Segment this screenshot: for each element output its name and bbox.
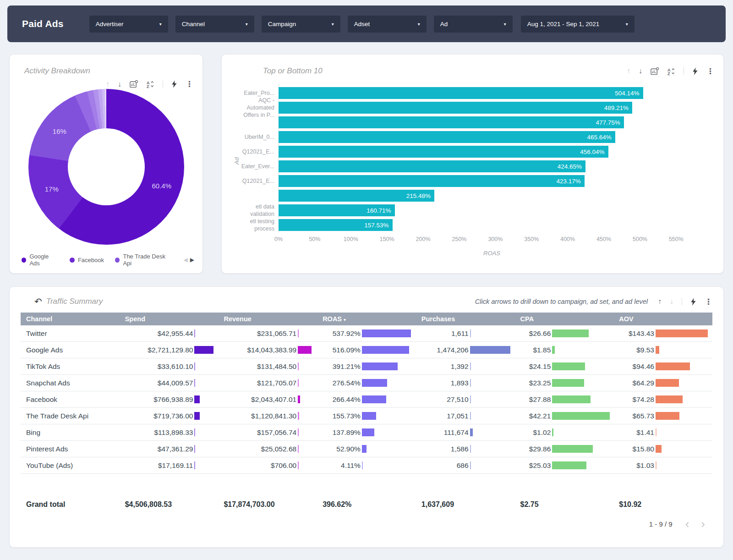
revenue-cell: $1,120,841.30 bbox=[218, 412, 317, 420]
donut-ring[interactable] bbox=[28, 89, 184, 245]
table-row[interactable]: Facebook$766,938.89$2,043,407.01266.44%2… bbox=[21, 391, 712, 408]
move-up-icon[interactable]: ↑ bbox=[627, 67, 630, 75]
aov-value: $65.73 bbox=[633, 412, 654, 420]
lightning-icon[interactable] bbox=[690, 298, 696, 306]
page-prev-icon[interactable]: ‹ bbox=[685, 518, 689, 530]
spend-cell: $17,169.11 bbox=[120, 461, 219, 470]
revenue-value: $231,065.71 bbox=[257, 329, 296, 338]
legend-item[interactable]: Facebook bbox=[70, 253, 104, 267]
bar-value-label: 160.71% bbox=[366, 207, 391, 214]
column-header-aov[interactable]: AOV bbox=[613, 315, 712, 323]
column-header-spend[interactable]: Spend bbox=[120, 315, 219, 323]
bar[interactable]: 424.65% bbox=[279, 160, 585, 172]
bar-category-label: UberIM_0... bbox=[231, 133, 279, 141]
bar[interactable]: 477.75% bbox=[279, 116, 624, 128]
filter-dropdown-advertiser[interactable]: Advertiser▾ bbox=[89, 16, 168, 33]
traffic-table: ChannelSpendRevenueROAS▾PurchasesCPAAOV … bbox=[21, 313, 712, 509]
purchases-cell: 1,392 bbox=[416, 362, 515, 371]
roas-cell: 391.21% bbox=[317, 362, 416, 371]
move-down-icon[interactable]: ↓ bbox=[118, 81, 121, 88]
bar-category-label: Eater_Pro... bbox=[231, 89, 279, 97]
table-row[interactable]: Twitter$42,955.44$231,065.71537.92%1,611… bbox=[21, 325, 712, 342]
cpa-bar bbox=[552, 445, 593, 453]
column-header-roas[interactable]: ROAS▾ bbox=[317, 315, 416, 323]
purchases-bar-box bbox=[470, 395, 515, 403]
activity-toolbar: ↑ ↓ AZ ⋮ bbox=[19, 80, 193, 88]
top-bottom-toolbar: ↑ ↓ AZ ⋮ bbox=[627, 67, 714, 75]
kebab-menu-icon[interactable]: ⋮ bbox=[705, 298, 712, 306]
kebab-menu-icon[interactable]: ⋮ bbox=[706, 67, 714, 75]
aov-bar-box bbox=[656, 379, 712, 387]
column-header-revenue[interactable]: Revenue bbox=[218, 315, 317, 323]
bar-plot-area: 465.64% bbox=[279, 131, 705, 143]
table-row[interactable]: TikTok Ads$33,610.10$131,484.50391.21%1,… bbox=[21, 358, 712, 375]
legend-prev-icon[interactable]: ◀ bbox=[184, 257, 188, 263]
kebab-menu-icon[interactable]: ⋮ bbox=[186, 80, 193, 88]
bar-chart-row: AQC -AutomatedOffers in P...489.21% bbox=[231, 100, 714, 115]
filter-dropdown-adset[interactable]: Adset▾ bbox=[348, 16, 427, 33]
bar-value-label: 215.48% bbox=[406, 192, 431, 199]
bar[interactable]: 465.64% bbox=[279, 131, 615, 143]
chart-options-icon[interactable] bbox=[651, 67, 659, 75]
move-down-icon[interactable]: ↓ bbox=[670, 298, 673, 305]
bar[interactable]: 157.53% bbox=[279, 219, 393, 231]
legend-label: The Trade Desk Api bbox=[123, 253, 172, 267]
spend-bar-box bbox=[194, 395, 218, 403]
purchases-value: 1,893 bbox=[451, 379, 469, 387]
table-row[interactable]: Bing$113,898.33$157,056.74137.89%111,674… bbox=[21, 424, 712, 441]
donut-chart[interactable]: 60.4%17%16% bbox=[28, 89, 184, 245]
bar[interactable]: 215.48% bbox=[279, 190, 434, 202]
table-row[interactable]: YouTube (Ads)$17,169.11$706.004.11%686$2… bbox=[21, 457, 712, 474]
move-up-icon[interactable]: ↑ bbox=[658, 298, 662, 305]
column-header-purchases[interactable]: Purchases bbox=[416, 315, 515, 323]
table-row[interactable]: Snapchat Ads$44,009.57$121,705.07276.54%… bbox=[21, 375, 712, 391]
legend-item[interactable]: Google Ads bbox=[22, 253, 59, 267]
bar[interactable]: 456.04% bbox=[279, 146, 608, 158]
table-row[interactable]: Pinterest Ads$47,361.29$25,052.6852.90%1… bbox=[21, 441, 712, 457]
column-header-channel[interactable]: Channel bbox=[21, 315, 120, 323]
purchases-bar bbox=[470, 412, 471, 420]
lightning-icon[interactable] bbox=[692, 67, 698, 75]
roas-value: 391.21% bbox=[333, 362, 361, 371]
channel-cell: YouTube (Ads) bbox=[21, 461, 120, 470]
column-header-cpa[interactable]: CPA bbox=[515, 315, 614, 323]
table-row[interactable]: Google Ads$2,721,129.80$14,043,383.99516… bbox=[21, 342, 712, 358]
sort-az-icon[interactable]: AZ bbox=[147, 80, 154, 88]
aov-bar-box bbox=[656, 412, 712, 420]
legend-next-icon[interactable]: ▶ bbox=[190, 257, 194, 263]
purchases-bar-box bbox=[470, 346, 515, 354]
bar[interactable]: 504.14% bbox=[279, 87, 643, 99]
bar[interactable]: 423.17% bbox=[279, 175, 585, 187]
move-down-icon[interactable]: ↓ bbox=[639, 67, 642, 75]
chevron-down-icon: ▾ bbox=[418, 22, 420, 27]
legend-item[interactable]: The Trade Desk Api bbox=[115, 253, 173, 267]
revenue-bar-box bbox=[298, 329, 317, 337]
bar-plot-area: 423.17% bbox=[279, 175, 705, 187]
bar[interactable]: 160.71% bbox=[279, 204, 395, 216]
roas-bar-box bbox=[362, 428, 416, 436]
chart-options-icon[interactable] bbox=[130, 80, 138, 88]
filter-dropdown-channel[interactable]: Channel▾ bbox=[175, 16, 254, 33]
sort-az-icon[interactable]: AZ bbox=[667, 67, 675, 75]
filter-dropdown-ad[interactable]: Ad▾ bbox=[434, 16, 513, 33]
roas-bar bbox=[362, 461, 363, 469]
activity-breakdown-card: Activity Breakdown ↑ ↓ AZ ⋮ 60.4%17%16% … bbox=[9, 54, 203, 274]
revenue-bar bbox=[298, 329, 299, 337]
date-range-dropdown[interactable]: Aug 1, 2021 - Sep 1, 2021 ▾ bbox=[521, 16, 635, 33]
revenue-bar-box bbox=[298, 379, 317, 387]
table-row[interactable]: The Trade Desk Api$719,736.00$1,120,841.… bbox=[21, 408, 712, 424]
roas-cell: 137.89% bbox=[317, 428, 416, 437]
cpa-bar bbox=[552, 346, 555, 354]
spend-value: $113,898.33 bbox=[154, 428, 193, 437]
purchases-bar bbox=[470, 445, 471, 453]
page-next-icon[interactable]: › bbox=[701, 518, 705, 530]
spend-cell: $33,610.10 bbox=[120, 362, 219, 371]
drill-up-icon[interactable]: ↶ bbox=[34, 297, 42, 306]
bar[interactable]: 489.21% bbox=[279, 102, 632, 114]
bar-category-label: etl testingprocess bbox=[231, 218, 279, 232]
purchases-value: 1,474,206 bbox=[437, 346, 469, 354]
filter-dropdown-campaign[interactable]: Campaign▾ bbox=[262, 16, 340, 33]
toolbar-divider bbox=[684, 67, 684, 75]
lightning-icon[interactable] bbox=[171, 80, 177, 88]
move-up-icon[interactable]: ↑ bbox=[106, 81, 109, 88]
